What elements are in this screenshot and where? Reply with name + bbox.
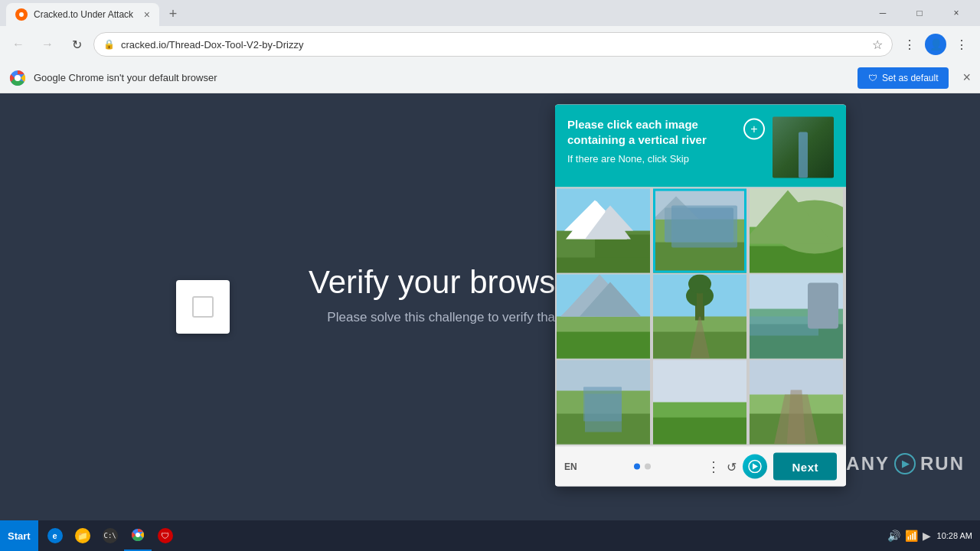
taskbar-item-cmd[interactable]: C:\ <box>96 520 124 551</box>
captcha-preview-river-indicator <box>799 132 808 178</box>
minimize-btn[interactable]: ─ <box>865 0 900 26</box>
captcha-image-9[interactable] <box>750 360 843 445</box>
captcha-image-3[interactable] <box>750 189 843 273</box>
taskbar: Start e 📁 C:\ <box>0 520 980 551</box>
svg-point-29 <box>686 285 714 307</box>
captcha-preview-image <box>773 117 834 178</box>
svg-marker-6 <box>564 201 626 231</box>
captcha-widget: Please click each image containing a ver… <box>555 105 846 487</box>
captcha-image-5[interactable] <box>653 275 746 359</box>
start-button[interactable]: Start <box>0 520 38 551</box>
set-default-btn[interactable]: 🛡 Set as default <box>858 67 949 89</box>
taskbar-right: 🔊 📶 ▶ 10:28 AM <box>880 530 980 542</box>
taskbar-volume-icon[interactable]: 🔊 <box>887 530 900 542</box>
svg-marker-7 <box>587 206 633 231</box>
svg-point-1 <box>19 12 24 17</box>
svg-rect-39 <box>583 387 622 422</box>
svg-rect-9 <box>557 235 595 258</box>
profile-icon[interactable]: 👤 <box>925 34 946 55</box>
svg-rect-34 <box>809 284 838 326</box>
svg-marker-23 <box>560 289 622 317</box>
captcha-dot-2 <box>645 464 651 470</box>
captcha-progress-dots <box>577 464 707 470</box>
svg-rect-38 <box>557 414 650 445</box>
chrome-logo <box>9 70 26 86</box>
refresh-btn[interactable]: ↻ <box>64 32 89 57</box>
tab-close-btn[interactable]: × <box>144 8 150 21</box>
captcha-action-buttons: ⋮ ↺ Next <box>707 453 837 481</box>
svg-rect-35 <box>750 317 818 336</box>
svg-point-3 <box>15 75 21 81</box>
svg-rect-13 <box>653 243 746 273</box>
taskbar-system-icons: 🔊 📶 ▶ <box>887 530 931 542</box>
active-tab[interactable]: Cracked.to Under Attack × <box>6 3 159 26</box>
taskbar-items: e 📁 C:\ <box>38 520 880 551</box>
extensions-btn[interactable]: ⋮ <box>897 32 922 57</box>
svg-marker-24 <box>595 294 641 317</box>
close-btn[interactable]: × <box>939 0 974 26</box>
new-tab-btn[interactable]: + <box>162 3 184 24</box>
captcha-image-6[interactable] <box>750 275 843 359</box>
address-bar[interactable]: 🔒 cracked.io/Thread-Dox-Tool-V2-by-Drizz… <box>93 32 893 57</box>
anyrun-logo: ANY ▶ RUN <box>846 453 965 474</box>
taskbar-item-ie[interactable]: e <box>41 520 69 551</box>
maximize-btn[interactable]: □ <box>902 0 937 26</box>
taskbar-network-icon[interactable]: 📶 <box>905 530 918 542</box>
captcha-menu-btn[interactable]: ⋮ <box>707 458 720 475</box>
menu-btn[interactable]: ⋮ <box>949 32 974 57</box>
back-btn[interactable]: ← <box>6 32 31 57</box>
captcha-image-grid <box>555 187 846 446</box>
taskbar-item-chrome[interactable] <box>124 520 152 551</box>
taskbar-clock: 10:28 AM <box>937 531 972 540</box>
captcha-language: EN <box>564 461 577 472</box>
lock-icon: 🔒 <box>103 39 115 50</box>
svg-rect-42 <box>653 418 746 445</box>
captcha-next-btn[interactable]: Next <box>773 453 837 481</box>
shield-icon: 🛡 <box>868 73 877 83</box>
svg-rect-14 <box>665 208 733 243</box>
captcha-image-8[interactable] <box>653 360 746 445</box>
notification-text: Google Chrome isn't your default browser <box>34 72 850 83</box>
captcha-footer: EN ⋮ ↺ Next <box>555 446 846 487</box>
page-content: Verify your browser...d.to. Please solve… <box>0 93 980 520</box>
nav-bar: ← → ↻ 🔒 cracked.io/Thread-Dox-Tool-V2-by… <box>0 26 980 63</box>
tab-bar: Cracked.to Under Attack × + <box>6 0 862 26</box>
captcha-brand-icon[interactable] <box>743 455 767 479</box>
bookmark-icon[interactable]: ☆ <box>872 37 883 52</box>
captcha-dot-1 <box>634 464 640 470</box>
captcha-refresh-btn[interactable]: ↺ <box>727 459 737 474</box>
captcha-expand-btn[interactable]: + <box>743 119 765 140</box>
taskbar-item-folder[interactable]: 📁 <box>69 520 96 551</box>
captcha-image-2[interactable] <box>653 189 746 273</box>
captcha-header: Please click each image containing a ver… <box>555 105 846 187</box>
title-bar: Cracked.to Under Attack × + ─ □ × <box>0 0 980 26</box>
taskbar-battery-icon: ▶ <box>923 530 931 542</box>
svg-rect-10 <box>595 235 650 258</box>
anyrun-play-icon: ▶ <box>894 453 916 474</box>
captcha-image-4[interactable] <box>557 275 650 359</box>
forward-btn[interactable]: → <box>35 32 60 57</box>
captcha-instruction-text: Please click each image containing a ver… <box>567 117 736 147</box>
captcha-image-1[interactable] <box>557 189 650 273</box>
tab-title: Cracked.to Under Attack <box>34 9 138 20</box>
notification-bar: Google Chrome isn't your default browser… <box>0 63 980 93</box>
captcha-checkbox-widget <box>176 280 230 334</box>
captcha-checkbox[interactable] <box>192 296 214 318</box>
svg-rect-22 <box>557 332 650 359</box>
nav-right-buttons: ⋮ 👤 ⋮ <box>897 32 974 57</box>
svg-rect-45 <box>750 414 843 445</box>
captcha-instruction: Please click each image containing a ver… <box>567 117 736 165</box>
url-text: cracked.io/Thread-Dox-Tool-V2-by-Drizzy <box>121 39 866 51</box>
window-controls: ─ □ × <box>865 0 974 26</box>
captcha-skip-text: If there are None, click Skip <box>567 153 736 165</box>
taskbar-item-av[interactable]: 🛡 <box>152 520 179 551</box>
notification-close-btn[interactable]: × <box>962 70 971 86</box>
captcha-image-7[interactable] <box>557 360 650 445</box>
browser-window: Cracked.to Under Attack × + ─ □ × ← → ↻ … <box>0 0 980 520</box>
tab-favicon <box>15 8 28 21</box>
svg-point-49 <box>136 533 140 537</box>
